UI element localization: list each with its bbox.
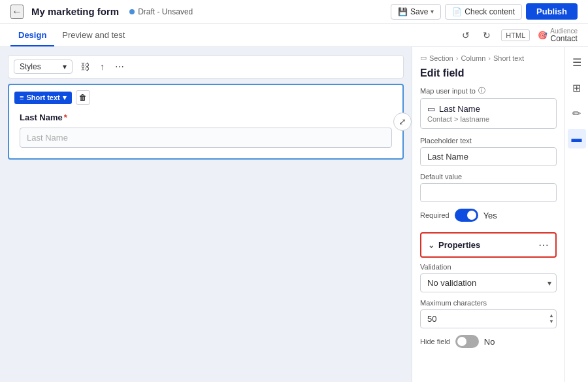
tab-preview[interactable]: Preview and test (54, 25, 133, 46)
validation-select-wrapper: No validation ▾ (420, 273, 557, 292)
properties-chevron-icon: ⌄ (428, 241, 434, 250)
panel-section-title: Edit field (412, 65, 564, 86)
move-button[interactable]: ⤢ (393, 113, 412, 131)
check-content-label: Check content (465, 7, 515, 16)
link-icon-button[interactable]: ⛓ (78, 60, 92, 73)
field-type-badge: ≡ Short text ▾ (14, 92, 72, 104)
max-chars-wrapper: ▲ ▼ (420, 309, 557, 328)
panel-sidebar: ☰ ⊞ ✏ ▬ (564, 47, 588, 382)
required-label: Required (420, 211, 449, 219)
validation-select[interactable]: No validation (420, 273, 557, 292)
audience-button[interactable]: 🎯 Audience Contact (538, 28, 578, 43)
up-icon-button[interactable]: ↑ (97, 60, 107, 73)
canvas-toolbar: Styles ▾ ⛓ ↑ ⋯ (8, 55, 404, 78)
max-chars-field: Maximum characters ▲ ▼ (412, 299, 564, 335)
breadcrumb-section: Section (429, 54, 453, 62)
placeholder-label: Placeholder text (420, 137, 557, 145)
styles-select[interactable]: Styles ▾ (14, 60, 73, 74)
check-content-button[interactable]: 📄 Check content (445, 4, 522, 20)
placeholder-field: Placeholder text (412, 137, 564, 173)
map-field-icon: ▭ (427, 104, 435, 114)
field-type-label: Short text (26, 94, 59, 101)
sidebar-icon-list[interactable]: ☰ (568, 52, 585, 73)
badge-chevron-icon: ▾ (63, 94, 67, 102)
panel-content: ▭ Section › Column › Short text Edit fie… (412, 47, 564, 382)
delete-field-button[interactable]: 🗑 (76, 90, 90, 105)
main-layout: Styles ▾ ⛓ ↑ ⋯ ≡ Short text ▾ 🗑 Last Nam… (0, 47, 588, 382)
styles-label: Styles (20, 62, 41, 71)
check-icon: 📄 (452, 7, 462, 16)
properties-header[interactable]: ⌄ Properties ⋯ (421, 234, 555, 256)
required-star: * (64, 113, 67, 122)
map-field-name: ▭ Last Name (427, 104, 549, 114)
breadcrumb: ▭ Section › Column › Short text (412, 47, 564, 65)
map-field-path: Contact > lastname (427, 115, 549, 123)
default-input[interactable] (420, 183, 557, 202)
save-label: Save (410, 7, 428, 16)
default-label: Default value (420, 173, 557, 181)
more-icon-button[interactable]: ⋯ (112, 60, 127, 73)
placeholder-input[interactable] (420, 147, 557, 166)
sidebar-icon-edit[interactable]: ✏ (568, 103, 585, 124)
form-field-block: ≡ Short text ▾ 🗑 Last Name * Last Name ⤢ (8, 84, 404, 160)
breadcrumb-column: Column (461, 54, 485, 62)
properties-section: ⌄ Properties ⋯ (420, 232, 557, 258)
breadcrumb-icon: ▭ (420, 54, 427, 62)
required-yes-label: Yes (483, 211, 497, 220)
hide-field-label: Hide field (420, 338, 450, 345)
breadcrumb-short-text: Short text (493, 54, 524, 62)
sidebar-icon-panel[interactable]: ▬ (568, 129, 586, 148)
audience-value: Contact (550, 35, 578, 43)
back-button[interactable]: ← (10, 5, 24, 19)
hide-field-row: Hide field No (412, 335, 564, 355)
map-label: Map user input to ⓘ (412, 86, 564, 98)
save-button[interactable]: 💾 Save ▾ (391, 4, 441, 20)
breadcrumb-sep-1: › (456, 54, 459, 62)
save-chevron: ▾ (431, 8, 434, 15)
default-value-field: Default value (412, 173, 564, 209)
field-label: Last Name * (20, 113, 392, 122)
map-info-icon: ⓘ (478, 86, 485, 95)
validation-label: Validation (420, 263, 557, 271)
max-chars-down-arrow[interactable]: ▼ (549, 319, 554, 324)
hide-no-label: No (484, 337, 495, 347)
header-status: Draft - Unsaved (129, 7, 193, 16)
html-button[interactable]: HTML (501, 29, 530, 41)
field-type-icon: ≡ (20, 94, 24, 101)
validation-field: Validation No validation ▾ (412, 263, 564, 299)
status-text: Draft - Unsaved (138, 7, 193, 16)
properties-label: Properties (438, 240, 480, 250)
map-field-box[interactable]: ▭ Last Name Contact > lastname (420, 98, 557, 129)
max-chars-input[interactable] (420, 309, 557, 328)
save-icon: 💾 (398, 7, 408, 16)
publish-button[interactable]: Publish (526, 3, 578, 20)
header-actions: 💾 Save ▾ 📄 Check content Publish (391, 3, 578, 20)
undo-button[interactable]: ↺ (459, 27, 472, 43)
canvas-area: Styles ▾ ⛓ ↑ ⋯ ≡ Short text ▾ 🗑 Last Nam… (0, 47, 412, 382)
max-chars-label: Maximum characters (420, 299, 557, 307)
right-panel: ▭ Section › Column › Short text Edit fie… (412, 47, 588, 382)
tab-design[interactable]: Design (10, 25, 54, 46)
redo-button[interactable]: ↻ (480, 27, 493, 43)
sidebar-icon-grid[interactable]: ⊞ (568, 78, 585, 98)
properties-menu-button[interactable]: ⋯ (538, 239, 549, 251)
required-row: Required Yes (412, 209, 564, 230)
form-field-area: Last Name * Last Name (9, 105, 402, 158)
max-chars-arrows: ▲ ▼ (549, 309, 554, 328)
subnav-right: ↺ ↻ HTML 🎯 Audience Contact (459, 27, 578, 43)
audience-label: Audience (550, 28, 578, 35)
breadcrumb-sep-2: › (488, 54, 491, 62)
status-dot (129, 9, 135, 14)
page-title: My marketing form (31, 6, 119, 17)
required-toggle[interactable] (455, 209, 478, 222)
audience-icon: 🎯 (538, 31, 547, 40)
styles-chevron-icon: ▾ (63, 62, 67, 71)
subnav: Design Preview and test ↺ ↻ HTML 🎯 Audie… (0, 24, 588, 47)
max-chars-up-arrow[interactable]: ▲ (549, 313, 554, 319)
properties-header-left: ⌄ Properties (428, 240, 480, 250)
field-input-preview: Last Name (20, 128, 392, 148)
hide-field-toggle[interactable] (455, 335, 479, 348)
header: ← My marketing form Draft - Unsaved 💾 Sa… (0, 0, 588, 24)
